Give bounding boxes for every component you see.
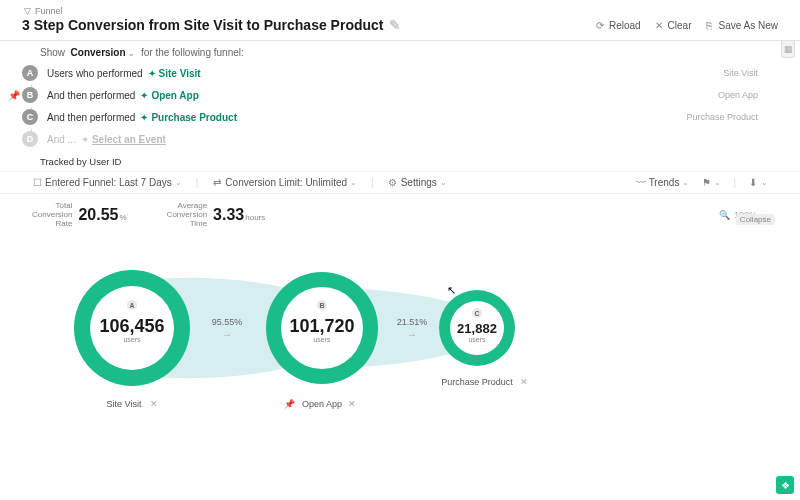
search-icon: 🔍: [719, 210, 730, 220]
trends-icon: 〰: [636, 177, 646, 188]
arrow-right-icon: →: [407, 329, 417, 340]
download-button[interactable]: ⬇⌄: [748, 177, 768, 188]
funnel-icon: ▽: [22, 6, 32, 16]
step-badge: C: [22, 109, 38, 125]
limit-icon: ⇄: [212, 177, 222, 188]
tracked-by[interactable]: Tracked by User ID: [0, 150, 800, 171]
clear-icon: ✕: [655, 20, 665, 31]
svg-text:users: users: [468, 336, 486, 343]
ring-b-value: 101,720: [289, 316, 354, 336]
arrow-right-icon: →: [222, 329, 232, 340]
ring-b-caption: Open App: [302, 399, 342, 409]
svg-text:users: users: [313, 336, 331, 343]
funnel-step-c[interactable]: C And then performed ✦ Purchase Product …: [0, 106, 800, 128]
gear-icon: ⚙: [388, 177, 398, 188]
show-row: Show Conversion ⌄ for the following funn…: [0, 41, 800, 62]
close-icon[interactable]: ✕: [348, 399, 356, 409]
svg-text:users: users: [123, 336, 141, 343]
collapse-button[interactable]: Collapse: [736, 214, 775, 225]
step-badge: B: [22, 87, 38, 103]
pin-icon[interactable]: 📌: [8, 90, 20, 101]
funnel-step-a[interactable]: A Users who performed ✦ Site Visit Site …: [0, 62, 800, 84]
calendar-icon: ☐: [32, 177, 42, 188]
ring-a-caption: Site Visit: [107, 399, 142, 409]
ring-c-value: 21,882: [457, 321, 497, 336]
close-icon[interactable]: ✕: [150, 399, 158, 409]
step-name-label: Purchase Product: [686, 112, 778, 122]
step-event[interactable]: Open App: [151, 90, 198, 101]
title-text: 3 Step Conversion from Site Visit to Pur…: [22, 17, 384, 33]
step-name-label: Open App: [718, 90, 778, 100]
trends-select[interactable]: 〰Trends⌄: [636, 177, 690, 188]
funnel-chart: A 106,456 users Site Visit ✕ 95.55% → B …: [32, 235, 768, 430]
side-panel-toggle[interactable]: ▦: [781, 40, 795, 58]
funnel-step-b[interactable]: 📌 B And then performed ✦ Open App Open A…: [0, 84, 800, 106]
conversion-a-b: 95.55%: [212, 317, 243, 327]
reload-button[interactable]: ⟳Reload: [596, 20, 641, 31]
step-name-label: Site Visit: [723, 68, 778, 78]
funnel-step-d[interactable]: D And ... ✦ Select an Event: [0, 128, 800, 150]
step-event[interactable]: Purchase Product: [151, 112, 237, 123]
settings-select[interactable]: ⚙Settings⌄: [388, 177, 447, 188]
page-title: 3 Step Conversion from Site Visit to Pur…: [22, 17, 399, 33]
flag-button[interactable]: ⚑⌄: [701, 177, 721, 188]
event-icon: ✦: [140, 90, 148, 101]
breadcrumb[interactable]: ▽ Funnel: [22, 6, 778, 16]
panel-icon: ▦: [784, 44, 793, 54]
save-icon: ⎘: [706, 20, 716, 31]
reload-icon: ⟳: [596, 20, 606, 31]
download-icon: ⬇: [748, 177, 758, 188]
event-icon: ✦: [148, 68, 156, 79]
svg-text:C: C: [474, 310, 479, 317]
svg-text:A: A: [129, 302, 134, 309]
step-badge: A: [22, 65, 38, 81]
clear-button[interactable]: ✕Clear: [655, 20, 692, 31]
show-type-select[interactable]: Conversion ⌄: [71, 47, 136, 58]
conversion-limit-select[interactable]: ⇄Conversion Limit: Unlimited⌄: [212, 177, 357, 188]
breadcrumb-text: Funnel: [35, 6, 63, 16]
svg-text:B: B: [319, 302, 324, 309]
step-event-placeholder[interactable]: Select an Event: [92, 134, 166, 145]
ring-a-value: 106,456: [99, 316, 164, 336]
conversion-b-c: 21.51%: [397, 317, 428, 327]
close-icon[interactable]: ✕: [520, 377, 528, 387]
edit-icon[interactable]: ✎: [389, 17, 399, 33]
date-range-select[interactable]: ☐Entered Funnel: Last 7 Days⌄: [32, 177, 182, 188]
help-button[interactable]: ❖: [776, 476, 794, 494]
save-as-new-button[interactable]: ⎘Save As New: [706, 20, 778, 31]
event-icon: ✦: [81, 134, 89, 145]
step-event[interactable]: Site Visit: [159, 68, 201, 79]
step-badge: D: [22, 131, 38, 147]
flag-icon: ⚑: [701, 177, 711, 188]
total-conversion-rate: Total Conversion Rate 20.55%: [32, 202, 127, 228]
ring-c-caption: Purchase Product: [441, 377, 513, 387]
avg-conversion-time: Average Conversion Time 3.33hours: [167, 202, 266, 228]
event-icon: ✦: [140, 112, 148, 123]
pin-icon[interactable]: 📌: [284, 398, 296, 410]
help-icon: ❖: [781, 480, 790, 491]
